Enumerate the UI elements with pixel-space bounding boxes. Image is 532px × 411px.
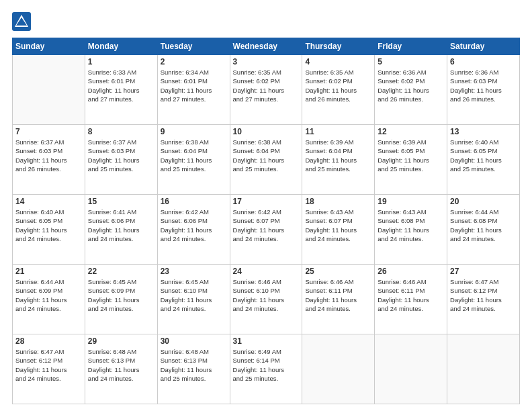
day-content: Sunrise: 6:39 AM Sunset: 6:05 PM Dayligh…: [378, 138, 444, 173]
calendar-day-21: 21Sunrise: 6:44 AM Sunset: 6:09 PM Dayli…: [13, 265, 85, 334]
day-content: Sunrise: 6:42 AM Sunset: 6:07 PM Dayligh…: [233, 208, 300, 243]
day-number: 26: [378, 267, 444, 276]
day-number: 28: [15, 336, 82, 346]
weekday-header-wednesday: Wednesday: [230, 38, 302, 55]
day-content: Sunrise: 6:46 AM Sunset: 6:10 PM Dayligh…: [233, 277, 300, 313]
calendar-day-14: 14Sunrise: 6:40 AM Sunset: 6:05 PM Dayli…: [13, 195, 85, 265]
day-number: 7: [15, 127, 82, 136]
calendar-day-12: 12Sunrise: 6:39 AM Sunset: 6:05 PM Dayli…: [375, 125, 447, 195]
day-content: Sunrise: 6:47 AM Sunset: 6:12 PM Dayligh…: [450, 277, 517, 313]
day-content: Sunrise: 6:34 AM Sunset: 6:01 PM Dayligh…: [161, 68, 227, 103]
day-number: 29: [88, 336, 154, 346]
day-content: Sunrise: 6:35 AM Sunset: 6:02 PM Dayligh…: [233, 68, 300, 103]
calendar-week-row: 14Sunrise: 6:40 AM Sunset: 6:05 PM Dayli…: [13, 195, 520, 265]
day-content: Sunrise: 6:43 AM Sunset: 6:08 PM Dayligh…: [378, 208, 444, 243]
calendar-day-1: 1Sunrise: 6:33 AM Sunset: 6:01 PM Daylig…: [85, 55, 157, 125]
calendar-day-23: 23Sunrise: 6:45 AM Sunset: 6:10 PM Dayli…: [157, 265, 230, 334]
weekday-header-row: SundayMondayTuesdayWednesdayThursdayFrid…: [13, 38, 520, 55]
day-content: Sunrise: 6:46 AM Sunset: 6:11 PM Dayligh…: [305, 277, 371, 313]
day-number: 14: [15, 197, 82, 206]
day-number: 20: [450, 197, 517, 206]
day-number: 18: [305, 197, 371, 206]
day-number: 15: [88, 197, 154, 206]
calendar-day-4: 4Sunrise: 6:35 AM Sunset: 6:02 PM Daylig…: [302, 55, 375, 125]
calendar-day-13: 13Sunrise: 6:40 AM Sunset: 6:05 PM Dayli…: [447, 125, 520, 195]
calendar-day-5: 5Sunrise: 6:36 AM Sunset: 6:02 PM Daylig…: [375, 55, 447, 125]
calendar-day-3: 3Sunrise: 6:35 AM Sunset: 6:02 PM Daylig…: [230, 55, 302, 125]
header: [12, 12, 520, 31]
calendar-day-29: 29Sunrise: 6:48 AM Sunset: 6:13 PM Dayli…: [85, 334, 157, 404]
day-number: 2: [161, 57, 227, 66]
calendar-empty-cell: [13, 55, 85, 125]
day-content: Sunrise: 6:39 AM Sunset: 6:04 PM Dayligh…: [305, 138, 371, 173]
calendar-day-25: 25Sunrise: 6:46 AM Sunset: 6:11 PM Dayli…: [302, 265, 375, 334]
day-number: 1: [88, 57, 154, 66]
weekday-header-saturday: Saturday: [447, 38, 520, 55]
day-content: Sunrise: 6:36 AM Sunset: 6:03 PM Dayligh…: [450, 68, 517, 103]
day-content: Sunrise: 6:36 AM Sunset: 6:02 PM Dayligh…: [378, 68, 444, 103]
day-number: 24: [233, 267, 300, 276]
day-content: Sunrise: 6:38 AM Sunset: 6:04 PM Dayligh…: [161, 138, 227, 173]
day-content: Sunrise: 6:38 AM Sunset: 6:04 PM Dayligh…: [233, 138, 300, 173]
day-number: 11: [305, 127, 371, 136]
day-content: Sunrise: 6:35 AM Sunset: 6:02 PM Dayligh…: [305, 68, 371, 103]
day-number: 19: [378, 197, 444, 206]
day-number: 21: [15, 267, 82, 276]
day-content: Sunrise: 6:48 AM Sunset: 6:13 PM Dayligh…: [161, 347, 227, 383]
calendar-day-18: 18Sunrise: 6:43 AM Sunset: 6:07 PM Dayli…: [302, 195, 375, 265]
day-number: 6: [450, 57, 517, 66]
calendar-day-9: 9Sunrise: 6:38 AM Sunset: 6:04 PM Daylig…: [157, 125, 230, 195]
calendar-day-27: 27Sunrise: 6:47 AM Sunset: 6:12 PM Dayli…: [447, 265, 520, 334]
day-content: Sunrise: 6:46 AM Sunset: 6:11 PM Dayligh…: [378, 277, 444, 313]
day-number: 16: [161, 197, 227, 206]
day-content: Sunrise: 6:45 AM Sunset: 6:09 PM Dayligh…: [88, 277, 154, 313]
calendar-day-17: 17Sunrise: 6:42 AM Sunset: 6:07 PM Dayli…: [230, 195, 302, 265]
calendar-day-26: 26Sunrise: 6:46 AM Sunset: 6:11 PM Dayli…: [375, 265, 447, 334]
calendar-day-2: 2Sunrise: 6:34 AM Sunset: 6:01 PM Daylig…: [157, 55, 230, 125]
calendar-empty-cell: [302, 334, 375, 404]
weekday-header-friday: Friday: [375, 38, 447, 55]
calendar-week-row: 21Sunrise: 6:44 AM Sunset: 6:09 PM Dayli…: [13, 265, 520, 334]
day-number: 17: [233, 197, 300, 206]
day-number: 3: [233, 57, 300, 66]
day-number: 27: [450, 267, 517, 276]
calendar-day-28: 28Sunrise: 6:47 AM Sunset: 6:12 PM Dayli…: [13, 334, 85, 404]
day-number: 4: [305, 57, 371, 66]
calendar-day-6: 6Sunrise: 6:36 AM Sunset: 6:03 PM Daylig…: [447, 55, 520, 125]
day-number: 23: [161, 267, 227, 276]
day-number: 8: [88, 127, 154, 136]
calendar-day-16: 16Sunrise: 6:42 AM Sunset: 6:06 PM Dayli…: [157, 195, 230, 265]
calendar-day-19: 19Sunrise: 6:43 AM Sunset: 6:08 PM Dayli…: [375, 195, 447, 265]
calendar-day-22: 22Sunrise: 6:45 AM Sunset: 6:09 PM Dayli…: [85, 265, 157, 334]
calendar-day-10: 10Sunrise: 6:38 AM Sunset: 6:04 PM Dayli…: [230, 125, 302, 195]
page: SundayMondayTuesdayWednesdayThursdayFrid…: [0, 0, 532, 411]
day-content: Sunrise: 6:44 AM Sunset: 6:09 PM Dayligh…: [15, 277, 82, 313]
day-number: 13: [450, 127, 517, 136]
weekday-header-monday: Monday: [85, 38, 157, 55]
calendar-day-30: 30Sunrise: 6:48 AM Sunset: 6:13 PM Dayli…: [157, 334, 230, 404]
calendar-table: SundayMondayTuesdayWednesdayThursdayFrid…: [12, 38, 520, 404]
day-content: Sunrise: 6:47 AM Sunset: 6:12 PM Dayligh…: [15, 347, 82, 383]
day-content: Sunrise: 6:41 AM Sunset: 6:06 PM Dayligh…: [88, 208, 154, 243]
day-number: 5: [378, 57, 444, 66]
weekday-header-sunday: Sunday: [13, 38, 85, 55]
calendar-day-15: 15Sunrise: 6:41 AM Sunset: 6:06 PM Dayli…: [85, 195, 157, 265]
day-content: Sunrise: 6:49 AM Sunset: 6:14 PM Dayligh…: [233, 347, 300, 383]
day-number: 22: [88, 267, 154, 276]
day-content: Sunrise: 6:45 AM Sunset: 6:10 PM Dayligh…: [161, 277, 227, 313]
day-number: 30: [161, 336, 227, 346]
calendar-day-31: 31Sunrise: 6:49 AM Sunset: 6:14 PM Dayli…: [230, 334, 302, 404]
day-number: 9: [161, 127, 227, 136]
logo-icon: [12, 12, 31, 31]
calendar-week-row: 28Sunrise: 6:47 AM Sunset: 6:12 PM Dayli…: [13, 334, 520, 404]
day-content: Sunrise: 6:37 AM Sunset: 6:03 PM Dayligh…: [88, 138, 154, 173]
calendar-day-20: 20Sunrise: 6:44 AM Sunset: 6:08 PM Dayli…: [447, 195, 520, 265]
day-number: 10: [233, 127, 300, 136]
day-content: Sunrise: 6:48 AM Sunset: 6:13 PM Dayligh…: [88, 347, 154, 383]
day-content: Sunrise: 6:37 AM Sunset: 6:03 PM Dayligh…: [15, 138, 82, 173]
weekday-header-tuesday: Tuesday: [157, 38, 230, 55]
day-number: 31: [233, 336, 300, 346]
calendar-week-row: 7Sunrise: 6:37 AM Sunset: 6:03 PM Daylig…: [13, 125, 520, 195]
logo: [12, 12, 34, 31]
day-content: Sunrise: 6:40 AM Sunset: 6:05 PM Dayligh…: [450, 138, 517, 173]
